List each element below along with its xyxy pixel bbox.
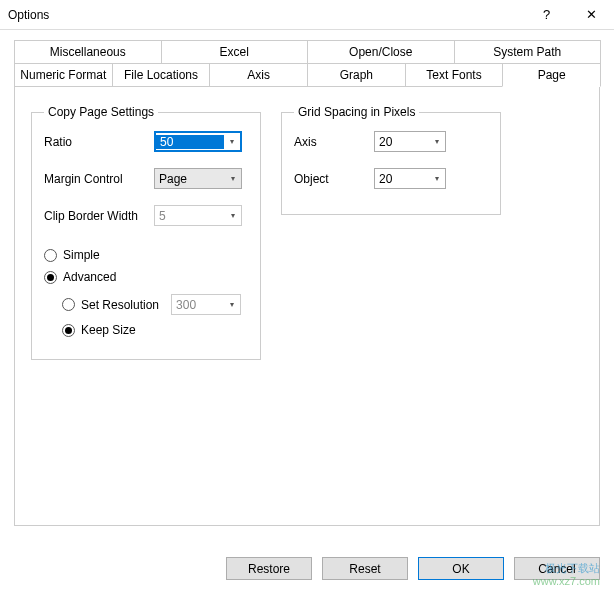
simple-label: Simple	[63, 248, 100, 262]
reset-button[interactable]: Reset	[322, 557, 408, 580]
clip-border-width-value: 5	[155, 209, 225, 223]
tab-content-page: Copy Page Settings Ratio 50 ▾ Margin Con…	[14, 86, 600, 526]
ratio-value: 50	[156, 135, 224, 149]
chevron-down-icon: ▾	[224, 295, 240, 314]
window-title: Options	[8, 8, 524, 22]
content-columns: Copy Page Settings Ratio 50 ▾ Margin Con…	[31, 105, 583, 360]
grid-axis-combo[interactable]: 20 ▾	[374, 131, 446, 152]
tab-text-fonts[interactable]: Text Fonts	[405, 63, 504, 87]
close-button[interactable]: ✕	[569, 0, 614, 30]
advanced-sub-options: Set Resolution 300 ▾ Keep Size	[62, 294, 248, 337]
cancel-button[interactable]: Cancel	[514, 557, 600, 580]
margin-control-label: Margin Control	[44, 172, 154, 186]
simple-radio[interactable]	[44, 249, 57, 262]
advanced-radio-row[interactable]: Advanced	[44, 270, 248, 284]
set-resolution-value: 300	[172, 298, 224, 312]
restore-button[interactable]: Restore	[226, 557, 312, 580]
tab-page[interactable]: Page	[502, 63, 601, 87]
margin-control-combo[interactable]: Page ▾	[154, 168, 242, 189]
tab-miscellaneous[interactable]: Miscellaneous	[14, 40, 162, 63]
keep-size-label: Keep Size	[81, 323, 136, 337]
copy-page-settings-group: Copy Page Settings Ratio 50 ▾ Margin Con…	[31, 105, 261, 360]
simple-radio-row[interactable]: Simple	[44, 248, 248, 262]
tab-open-close[interactable]: Open/Close	[307, 40, 455, 63]
tab-numeric-format[interactable]: Numeric Format	[14, 63, 113, 87]
grid-spacing-group: Grid Spacing in Pixels Axis 20 ▾ Object …	[281, 105, 501, 215]
help-button[interactable]: ?	[524, 0, 569, 30]
grid-object-combo[interactable]: 20 ▾	[374, 168, 446, 189]
margin-control-value: Page	[155, 172, 225, 186]
tabs-row-1: Miscellaneous Excel Open/Close System Pa…	[14, 40, 600, 63]
dialog-button-bar: Restore Reset OK Cancel	[226, 557, 600, 580]
keep-size-row[interactable]: Keep Size	[62, 323, 248, 337]
clip-border-width-label: Clip Border Width	[44, 209, 154, 223]
tabs-row-2: Numeric Format File Locations Axis Graph…	[14, 63, 600, 87]
set-resolution-radio[interactable]	[62, 298, 75, 311]
tab-axis[interactable]: Axis	[209, 63, 308, 87]
grid-axis-label: Axis	[294, 135, 374, 149]
set-resolution-combo[interactable]: 300 ▾	[171, 294, 241, 315]
grid-axis-value: 20	[375, 135, 429, 149]
chevron-down-icon: ▾	[429, 132, 445, 151]
chevron-down-icon: ▾	[224, 133, 240, 150]
chevron-down-icon: ▾	[429, 169, 445, 188]
dialog-body: Miscellaneous Excel Open/Close System Pa…	[0, 30, 614, 526]
tab-excel[interactable]: Excel	[161, 40, 309, 63]
tab-graph[interactable]: Graph	[307, 63, 406, 87]
titlebar-buttons: ? ✕	[524, 0, 614, 30]
ratio-label: Ratio	[44, 135, 154, 149]
chevron-down-icon: ▾	[225, 206, 241, 225]
clip-border-width-combo[interactable]: 5 ▾	[154, 205, 242, 226]
keep-size-radio[interactable]	[62, 324, 75, 337]
grid-object-label: Object	[294, 172, 374, 186]
grid-object-value: 20	[375, 172, 429, 186]
copy-page-legend: Copy Page Settings	[44, 105, 158, 119]
ratio-combo[interactable]: 50 ▾	[154, 131, 242, 152]
advanced-radio[interactable]	[44, 271, 57, 284]
ok-button[interactable]: OK	[418, 557, 504, 580]
tab-system-path[interactable]: System Path	[454, 40, 602, 63]
set-resolution-row[interactable]: Set Resolution 300 ▾	[62, 294, 248, 315]
grid-spacing-legend: Grid Spacing in Pixels	[294, 105, 419, 119]
titlebar: Options ? ✕	[0, 0, 614, 30]
set-resolution-label: Set Resolution	[81, 298, 159, 312]
advanced-label: Advanced	[63, 270, 116, 284]
chevron-down-icon: ▾	[225, 169, 241, 188]
tab-file-locations[interactable]: File Locations	[112, 63, 211, 87]
